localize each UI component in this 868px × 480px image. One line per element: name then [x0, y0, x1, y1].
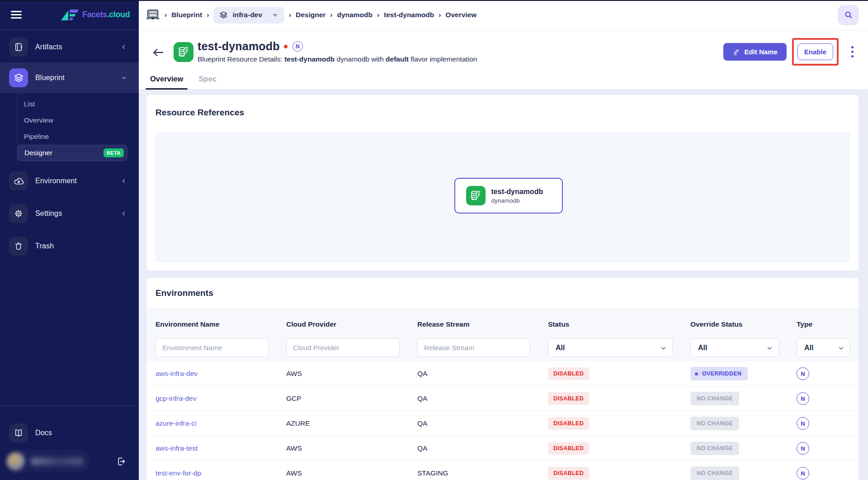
- status-badge: DISABLED: [548, 467, 589, 480]
- submenu-item-designer[interactable]: Designer BETA: [18, 145, 127, 161]
- environment-link[interactable]: aws-infra-test: [156, 444, 198, 452]
- layers-icon: [219, 11, 228, 19]
- cloud-provider-cell: AWS: [286, 370, 400, 378]
- override-status-badge: NO CHANGE: [690, 442, 739, 456]
- chevron-left-icon: [121, 210, 127, 217]
- environments-card: Environments Environment Name Cloud Prov…: [146, 278, 859, 480]
- new-resource-badge: N: [292, 41, 303, 52]
- tab-bar: Overview Spec: [139, 75, 868, 90]
- sidebar-item-environment[interactable]: Environment: [0, 166, 139, 196]
- sidebar-item-label: Settings: [35, 209, 62, 218]
- table-row: azure-infra-ci AZURE QA DISABLED NO CHAN…: [146, 411, 859, 436]
- submenu-item-label: Designer: [24, 149, 52, 157]
- page-content: Resource References: [139, 90, 868, 480]
- dynamodb-node-icon: [466, 186, 486, 205]
- logout-icon[interactable]: [115, 456, 126, 467]
- table-row: aws-infra-test AWS QA DISABLED NO CHANGE…: [146, 436, 859, 461]
- edit-name-label: Edit Name: [744, 48, 777, 56]
- environment-link[interactable]: gcp-infra-dev: [156, 394, 196, 403]
- environments-title: Environments: [156, 288, 213, 298]
- environment-link[interactable]: aws-infra-dev: [156, 370, 198, 378]
- environment-name-filter-input[interactable]: [156, 338, 269, 357]
- environment-link[interactable]: test-env-for-dp: [156, 469, 201, 477]
- breadcrumb-item-blueprint[interactable]: Blueprint: [171, 11, 202, 19]
- enable-button[interactable]: Enable: [797, 43, 833, 60]
- kebab-menu-icon[interactable]: [849, 44, 855, 59]
- user-profile[interactable]: [0, 447, 139, 480]
- project-selector[interactable]: infra-dev: [213, 7, 284, 24]
- breadcrumb-separator: ›: [439, 11, 441, 19]
- column-header-override-status: Override Status: [690, 320, 779, 328]
- sidebar: Facets.cloud Artifacts: [0, 0, 139, 480]
- environments-table: aws-infra-dev AWS QA DISABLED OVERRIDDEN…: [146, 361, 859, 480]
- subtitle-suffix: flavor implementation: [409, 55, 477, 63]
- type-badge[interactable]: N: [797, 367, 809, 380]
- column-header-status: Status: [548, 320, 673, 328]
- environments-filters: Environment Name Cloud Provider Release …: [146, 309, 859, 361]
- hamburger-menu-icon[interactable]: [11, 9, 22, 20]
- cloud-provider-filter-input[interactable]: [286, 338, 400, 357]
- svg-text:DEMO: DEMO: [149, 12, 156, 15]
- breadcrumb-item-dynamodb[interactable]: dynamodb: [337, 11, 373, 19]
- override-status-badge: NO CHANGE: [690, 392, 739, 406]
- submenu-item-overview[interactable]: Overview: [18, 112, 127, 128]
- table-row: test-env-for-dp AWS STAGING DISABLED NO …: [146, 461, 859, 480]
- type-badge[interactable]: N: [797, 392, 809, 405]
- sidebar-footer: Docs: [0, 406, 139, 480]
- window-top-edge: [0, 0, 868, 1]
- release-stream-cell: QA: [417, 394, 530, 403]
- search-button[interactable]: [838, 5, 859, 25]
- override-status-badge: NO CHANGE: [690, 417, 739, 431]
- table-row: gcp-infra-dev GCP QA DISABLED NO CHANGE …: [146, 386, 859, 411]
- node-type: dynamodb: [491, 197, 543, 204]
- environment-link[interactable]: azure-infra-ci: [156, 419, 196, 428]
- status-badge: DISABLED: [548, 392, 589, 405]
- type-filter-select[interactable]: All: [797, 338, 850, 357]
- trash-icon: [9, 237, 28, 256]
- sidebar-item-trash[interactable]: Trash: [0, 231, 139, 261]
- sidebar-item-artifacts[interactable]: Artifacts: [0, 32, 139, 62]
- unsaved-dot-indicator: [284, 45, 288, 48]
- breadcrumb-item-test-dynamodb[interactable]: test-dynamodb: [384, 11, 434, 19]
- column-header-release-stream: Release Stream: [417, 320, 530, 328]
- sidebar-item-blueprint[interactable]: Blueprint: [0, 62, 139, 93]
- submenu-item-label: Overview: [24, 116, 53, 124]
- environments-header: Environments: [146, 278, 859, 309]
- demo-laptop-icon: DEMO: [146, 9, 160, 21]
- settings-gear-icon: [9, 204, 28, 223]
- breadcrumb-bar: DEMO › Blueprint › infra: [139, 0, 868, 30]
- override-status-filter-select[interactable]: All: [690, 338, 779, 357]
- cloud-provider-cell: AZURE: [286, 419, 400, 428]
- dropdown-caret-icon: [272, 12, 278, 18]
- chevron-down-icon: [121, 75, 127, 81]
- sidebar-item-label: Artifacts: [35, 43, 62, 51]
- subtitle-resource: test-dynamodb: [284, 55, 335, 63]
- release-stream-cell: QA: [417, 444, 530, 452]
- submenu-item-pipeline[interactable]: Pipeline: [18, 128, 127, 145]
- sidebar-item-settings[interactable]: Settings: [0, 198, 139, 229]
- submenu-item-list[interactable]: List: [18, 96, 127, 112]
- page-title: test-dynamodb: [198, 40, 280, 53]
- breadcrumb-separator: ›: [207, 11, 209, 19]
- type-badge[interactable]: N: [797, 467, 809, 480]
- edit-name-button[interactable]: Edit Name: [723, 43, 786, 61]
- type-badge[interactable]: N: [797, 442, 809, 455]
- resource-node[interactable]: test-dynamodb dynamodb: [454, 178, 563, 214]
- breadcrumb-item-designer[interactable]: Designer: [296, 11, 326, 19]
- type-badge[interactable]: N: [797, 417, 809, 430]
- resource-references-card: Resource References: [146, 95, 859, 271]
- chevron-left-icon: [121, 44, 127, 50]
- column-header-environment-name: Environment Name: [156, 320, 269, 328]
- brand-logo[interactable]: Facets.cloud: [61, 9, 130, 21]
- back-arrow-icon[interactable]: [152, 48, 164, 57]
- brand-name: Facets: [82, 10, 107, 19]
- tab-overview[interactable]: Overview: [146, 75, 188, 89]
- release-stream-filter-input[interactable]: [417, 338, 530, 357]
- status-filter-select[interactable]: All: [548, 338, 673, 357]
- search-icon: [844, 10, 854, 20]
- breadcrumb-item-overview[interactable]: Overview: [445, 11, 476, 19]
- tab-spec[interactable]: Spec: [194, 75, 221, 89]
- release-stream-cell: QA: [417, 370, 530, 378]
- override-dot: [695, 372, 698, 375]
- sidebar-item-docs[interactable]: Docs: [0, 419, 139, 447]
